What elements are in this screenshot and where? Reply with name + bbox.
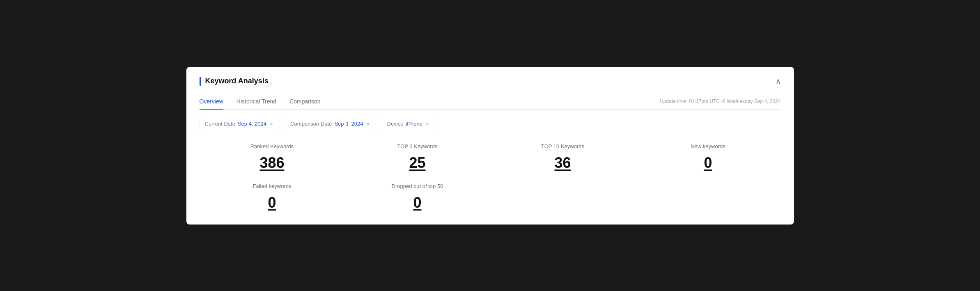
- metric-failed-keywords: Failed keywords 0: [200, 183, 345, 211]
- filter-device-close[interactable]: ×: [426, 121, 429, 127]
- top10-keywords-value[interactable]: 36: [497, 154, 629, 172]
- metrics-row-2: Failed keywords 0 Dropped out of top 50 …: [200, 183, 781, 211]
- metric-new-keywords: New keywords 0: [636, 143, 781, 172]
- metric-top3-keywords: TOP 3 Keywords 25: [345, 143, 490, 172]
- filter-device: Device iPhone ×: [382, 118, 434, 130]
- top3-keywords-label: TOP 3 Keywords: [351, 143, 484, 149]
- filter-comparison-date: Comparison Date Sep 3, 2024 ×: [285, 118, 375, 130]
- filter-current-date-value: Sep 4, 2024: [238, 121, 266, 127]
- tab-comparison[interactable]: Comparison: [289, 94, 320, 110]
- filter-current-date-label: Current Date: [205, 121, 235, 127]
- new-keywords-label: New keywords: [642, 143, 774, 149]
- tab-historical-trend[interactable]: Historical Trend: [236, 94, 276, 110]
- filter-comparison-date-label: Comparison Date: [290, 121, 332, 127]
- filter-device-value: iPhone: [406, 121, 422, 127]
- tabs-bar: Overview Historical Trend Comparison Upd…: [200, 94, 781, 110]
- filter-current-date-close[interactable]: ×: [270, 121, 273, 127]
- collapse-icon[interactable]: ∧: [776, 77, 781, 86]
- filter-comparison-date-value: Sep 3, 2024: [334, 121, 363, 127]
- card-header: Keyword Analysis ∧: [200, 77, 781, 86]
- dropped-top50-value[interactable]: 0: [351, 194, 484, 211]
- ranked-keywords-value[interactable]: 386: [206, 154, 338, 172]
- ranked-keywords-label: Ranked Keywords: [206, 143, 338, 149]
- metric-ranked-keywords: Ranked Keywords 386: [200, 143, 345, 172]
- keyword-analysis-card: Keyword Analysis ∧ Overview Historical T…: [186, 67, 794, 225]
- update-time-label: Update time: 01:17pm UTC+8 Wednesday Sep…: [660, 99, 780, 104]
- filter-current-date: Current Date Sep 4, 2024 ×: [200, 118, 279, 130]
- new-keywords-value[interactable]: 0: [642, 154, 774, 172]
- metrics-row-1: Ranked Keywords 386 TOP 3 Keywords 25 TO…: [200, 143, 781, 172]
- filters-row: Current Date Sep 4, 2024 × Comparison Da…: [200, 118, 781, 130]
- failed-keywords-label: Failed keywords: [206, 183, 338, 189]
- metric-top10-keywords: TOP 10 Keywords 36: [490, 143, 636, 172]
- title-accent-bar: [200, 77, 201, 86]
- filter-comparison-date-close[interactable]: ×: [367, 121, 370, 127]
- tab-overview[interactable]: Overview: [200, 94, 223, 110]
- title-wrapper: Keyword Analysis: [200, 77, 269, 86]
- top10-keywords-label: TOP 10 Keywords: [497, 143, 629, 149]
- dropped-top50-label: Dropped out of top 50: [351, 183, 484, 189]
- metric-dropped-top50: Dropped out of top 50 0: [345, 183, 490, 211]
- top3-keywords-value[interactable]: 25: [351, 154, 484, 172]
- failed-keywords-value[interactable]: 0: [206, 194, 338, 211]
- card-title: Keyword Analysis: [205, 77, 269, 85]
- filter-device-label: Device: [387, 121, 404, 127]
